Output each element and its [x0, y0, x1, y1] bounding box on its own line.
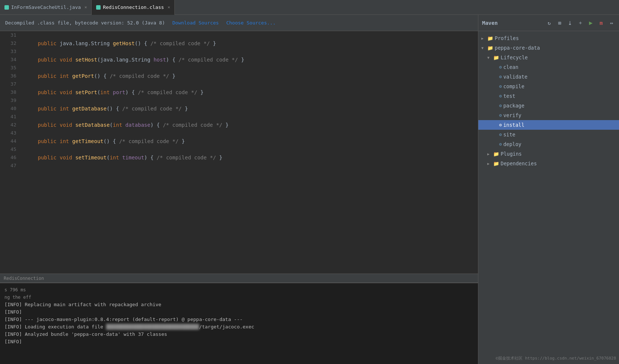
watermark: ©掘金技术社区 https://blog.csdn.net/weixin_670…	[496, 355, 616, 361]
expand-plugins: ▶	[487, 152, 492, 156]
tab-label-2: RedisConnection.class	[103, 4, 164, 10]
maven-icon[interactable]: m	[597, 19, 605, 27]
code-line-34: 34 public void setHost(java.lang.String …	[0, 56, 478, 64]
tree-item-clean[interactable]: ⚙ clean	[478, 62, 619, 72]
gear-icon-test: ⚙	[499, 93, 502, 99]
gear-icon-verify: ⚙	[499, 113, 502, 118]
tree-label-compile: compile	[503, 83, 524, 89]
folder-icon-peppa: 📁	[487, 45, 493, 51]
tree-label-deploy: deploy	[503, 141, 521, 147]
gear-icon-clean: ⚙	[499, 64, 502, 70]
tree-label-dependencies: Dependencies	[501, 161, 537, 166]
gear-icon-compile: ⚙	[499, 84, 502, 89]
folder-icon-dependencies: 📁	[493, 161, 499, 166]
tab-redisconnection[interactable]: RedisConnection.class ✕	[92, 0, 175, 15]
folder-icon-plugins: 📁	[493, 151, 499, 157]
tree-label-validate: validate	[503, 74, 527, 80]
download-sources-link[interactable]: Download Sources	[172, 20, 219, 26]
code-panel: Decompiled .class file, bytecode version…	[0, 15, 478, 364]
tree-item-lifecycle[interactable]: ▼ 📁 Lifecycle	[478, 53, 619, 62]
code-line-36: 36 public int getPort() { /* compiled co…	[0, 72, 478, 80]
code-line-44: 44 public int getTimeout() { /* compiled…	[0, 137, 478, 145]
code-line-41: 41	[0, 113, 478, 121]
refresh-icon[interactable]: ↻	[546, 19, 553, 27]
tree-item-package[interactable]: ⚙ package	[478, 101, 619, 110]
tree-item-test[interactable]: ⚙ test	[478, 91, 619, 101]
terminal-line-partial1: s 796 ms	[4, 286, 474, 294]
maven-tree[interactable]: ▶ 📁 Profiles ▼ 📁 peppa-core-data ▼ 📁 Lif…	[478, 31, 619, 364]
tree-label-verify: verify	[503, 112, 521, 118]
code-editor[interactable]: 31 32 public java.lang.String getHost() …	[0, 31, 478, 274]
tab-icon-class	[96, 5, 101, 10]
terminal-line-5: [INFO] Analyzed bundle 'peppa-core-data'…	[4, 331, 474, 338]
download-icon[interactable]: ⤓	[566, 19, 574, 27]
tab-close-1[interactable]: ✕	[85, 5, 87, 10]
maven-toolbar: Maven ↻ ⊞ ⤓ ＋ ▶ m ⇔	[478, 15, 619, 31]
gear-icon-deploy: ⚙	[499, 142, 502, 147]
status-bar: RedisConnection	[0, 274, 478, 282]
tree-item-install[interactable]: ⚙ install	[478, 120, 619, 130]
tree-item-validate[interactable]: ⚙ validate	[478, 72, 619, 82]
tab-label-1: InFormSaveCacheUtil.java	[11, 4, 81, 10]
tree-label-install: install	[503, 122, 524, 128]
code-line-37: 37	[0, 80, 478, 88]
run-icon[interactable]: ▶	[587, 19, 595, 27]
code-line-42: 42 public void setDatabase(int database)…	[0, 121, 478, 129]
choose-sources-link[interactable]: Choose Sources...	[226, 20, 276, 26]
code-line-45: 45	[0, 145, 478, 153]
code-line-40: 40 public int getDatabase() { /* compile…	[0, 105, 478, 113]
plus-icon[interactable]: ＋	[577, 19, 584, 27]
main-layout: Decompiled .class file, bytecode version…	[0, 15, 619, 364]
expand-profiles: ▶	[481, 36, 486, 40]
terminal-line-6: [INFO]	[4, 338, 474, 345]
expand-lifecycle: ▼	[487, 56, 492, 60]
collapse-icon[interactable]: ⇔	[608, 19, 615, 27]
terminal-panel[interactable]: s 796 ms ng the eff [INFO] Replacing mai…	[0, 282, 478, 364]
tree-label-site: site	[503, 132, 515, 138]
decompile-message: Decompiled .class file, bytecode version…	[5, 20, 165, 26]
code-line-33: 33	[0, 47, 478, 56]
code-line-35: 35	[0, 64, 478, 72]
tab-icon-java	[4, 5, 9, 10]
tree-label-package: package	[503, 103, 524, 109]
expand-dependencies: ▶	[487, 162, 492, 166]
right-panel: Maven ↻ ⊞ ⤓ ＋ ▶ m ⇔ ▶ 📁 Profiles ▼	[478, 15, 619, 364]
class-name-status: RedisConnection	[4, 276, 44, 281]
gear-icon-site: ⚙	[499, 132, 502, 137]
code-line-46: 46 public void setTimeout(int timeout) {…	[0, 153, 478, 162]
terminal-line-1: [INFO] Replacing main artifact with repa…	[4, 301, 474, 308]
terminal-line-4: [INFO] Loading execution data file █████…	[4, 323, 474, 331]
terminal-line-3: [INFO] --- jacoco-maven-plugin:0.8.4:rep…	[4, 316, 474, 323]
tree-label-test: test	[503, 93, 515, 99]
tree-label-lifecycle: Lifecycle	[501, 54, 528, 60]
tab-close-2[interactable]: ✕	[168, 5, 170, 10]
tree-label-clean: clean	[503, 64, 518, 70]
tree-label-profiles: Profiles	[495, 35, 519, 41]
gear-icon-package: ⚙	[499, 103, 502, 108]
tree-item-dependencies[interactable]: ▶ 📁 Dependencies	[478, 159, 619, 168]
tree-item-plugins[interactable]: ▶ 📁 Plugins	[478, 149, 619, 159]
code-line-43: 43	[0, 129, 478, 137]
tree-item-compile[interactable]: ⚙ compile	[478, 82, 619, 91]
code-line-39: 39	[0, 96, 478, 105]
maven-panel: Maven ↻ ⊞ ⤓ ＋ ▶ m ⇔ ▶ 📁 Profiles ▼	[478, 15, 619, 364]
add-source-icon[interactable]: ⊞	[556, 19, 563, 27]
gear-icon-validate: ⚙	[499, 74, 502, 79]
code-line-47: 47	[0, 162, 478, 170]
code-line-32: 32 public java.lang.String getHost() { /…	[0, 39, 478, 47]
tree-item-peppa[interactable]: ▼ 📁 peppa-core-data	[478, 43, 619, 53]
expand-peppa: ▼	[481, 46, 486, 50]
tree-item-deploy[interactable]: ⚙ deploy	[478, 139, 619, 149]
folder-icon-profiles: 📁	[487, 36, 493, 41]
tab-bar: InFormSaveCacheUtil.java ✕ RedisConnecti…	[0, 0, 619, 15]
folder-icon-lifecycle: 📁	[493, 55, 499, 60]
tree-item-site[interactable]: ⚙ site	[478, 130, 619, 139]
tree-label-peppa: peppa-core-data	[495, 45, 540, 51]
maven-title: Maven	[482, 20, 498, 26]
terminal-line-2: [INFO]	[4, 308, 474, 316]
tree-item-verify[interactable]: ⚙ verify	[478, 110, 619, 120]
info-bar: Decompiled .class file, bytecode version…	[0, 15, 478, 31]
tree-label-plugins: Plugins	[501, 151, 522, 157]
tree-item-profiles[interactable]: ▶ 📁 Profiles	[478, 33, 619, 43]
tab-informsavecacheutil[interactable]: InFormSaveCacheUtil.java ✕	[0, 0, 92, 15]
